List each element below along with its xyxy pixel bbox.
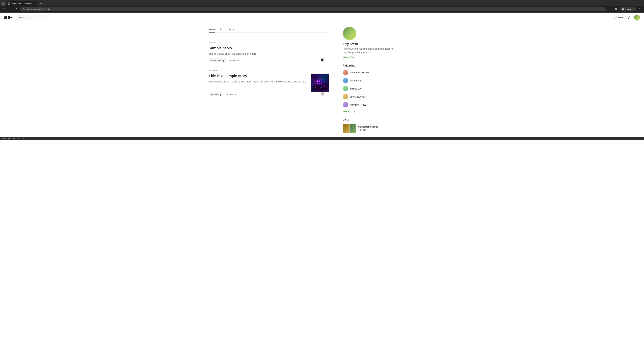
recent-bookmark-icon[interactable]	[321, 92, 324, 96]
notification-bell[interactable]	[627, 15, 630, 20]
status-bar: Waiting for medium.com...	[0, 137, 644, 140]
see-all-link[interactable]: See all (10)	[343, 110, 396, 113]
following-item-4: Lee Mac Arthur ···	[343, 94, 396, 99]
active-tab[interactable]: Fely Smith – Medium ✕	[6, 1, 38, 6]
svg-point-39	[328, 94, 329, 94]
bookmark-browser-icon[interactable]	[608, 7, 612, 11]
following-avatar-4[interactable]	[343, 94, 348, 99]
search-bar[interactable]	[15, 15, 48, 20]
following-section-title: Following	[343, 64, 396, 67]
search-input[interactable]	[19, 16, 48, 19]
tab-title: Fely Smith – Medium	[12, 2, 32, 5]
lists-section-title: Lists	[343, 118, 396, 121]
tab-home[interactable]: Home	[209, 27, 215, 32]
more-options-icon[interactable]	[326, 58, 330, 62]
article-thumbnail[interactable]	[310, 73, 330, 92]
pinned-article-tag[interactable]: Fiction Writing	[209, 58, 226, 62]
recent-article-subtitle: This story is about a sample Therefore, …	[209, 80, 307, 84]
following-item-left-2: Allison Wiltz	[343, 78, 362, 83]
following-avatar-3[interactable]	[343, 86, 348, 91]
pinned-label: Pinned	[209, 41, 330, 44]
recent-article-meta-left: Storytelling 1 min read	[209, 92, 236, 96]
tab-favicon	[8, 2, 10, 5]
following-name-1[interactable]: Neeramitra Reddy	[350, 71, 369, 74]
article-with-image: This is a sample story This story is abo…	[209, 73, 330, 92]
following-name-3[interactable]: Shirley Lee	[350, 87, 362, 90]
nav-right-controls: Incognito	[608, 7, 642, 11]
svg-point-1	[9, 3, 10, 4]
lock-icon	[22, 8, 25, 10]
following-section: Following Neeramitra Reddy ··· Allison W…	[343, 64, 396, 113]
tab-close-button[interactable]: ✕	[34, 2, 36, 5]
bookmark-icon[interactable]	[321, 58, 324, 62]
svg-point-33	[324, 86, 325, 87]
tab-about[interactable]: About	[228, 27, 234, 32]
following-more-4[interactable]: ···	[394, 95, 396, 98]
sidebar-profile-bio: I like travelling, reading books, campin…	[343, 47, 396, 54]
url-bar[interactable]: medium.com/@89f4222e	[20, 7, 606, 11]
svg-point-12	[640, 9, 640, 9]
following-item-3: Shirley Lee ···	[343, 86, 396, 91]
header-left	[4, 15, 48, 20]
user-avatar[interactable]	[634, 14, 640, 21]
following-item-left-3: Shirley Lee	[343, 86, 362, 91]
following-avatar-1[interactable]	[343, 70, 348, 75]
new-tab-button[interactable]: +	[38, 2, 43, 5]
list-count-1: 3 stories	[358, 129, 378, 131]
incognito-label: Incognito	[626, 8, 634, 10]
recent-more-options-icon[interactable]	[326, 92, 330, 96]
status-text: Waiting for medium.com...	[2, 137, 25, 140]
pinned-article-meta: Fiction Writing 1 min read	[209, 58, 330, 62]
recent-article-card: Just now This is a sample story This sto…	[209, 66, 330, 100]
following-name-2[interactable]: Allison Wiltz	[350, 79, 362, 82]
svg-point-32	[321, 87, 322, 88]
list-name-1[interactable]: Collection Stories	[358, 125, 378, 128]
following-item-left-5: Amy Lynn Hess	[343, 102, 366, 107]
pinned-article-subtitle: This is a story about the turtle and the…	[209, 52, 330, 56]
svg-point-37	[326, 94, 327, 94]
menu-button[interactable]	[637, 7, 642, 11]
reload-button[interactable]	[14, 7, 19, 11]
svg-point-31	[315, 87, 316, 88]
forward-button[interactable]	[8, 7, 13, 11]
following-more-2[interactable]: ···	[394, 79, 396, 82]
following-name-5[interactable]: Amy Lynn Hess	[350, 103, 366, 106]
following-avatar-5[interactable]	[343, 102, 348, 107]
back-button[interactable]	[2, 7, 7, 11]
sidebar-profile: Fely Smith I like travelling, reading bo…	[343, 27, 396, 59]
sidebar-avatar[interactable]	[343, 27, 356, 40]
article-text: This is a sample story This story is abo…	[209, 73, 307, 92]
following-more-3[interactable]: ···	[394, 87, 396, 90]
svg-point-13	[640, 10, 640, 10]
write-icon	[614, 16, 617, 19]
article-timestamp: Just now	[209, 69, 330, 72]
list-info-1: Collection Stories 3 stories	[358, 125, 378, 131]
recent-article-tag[interactable]: Storytelling	[209, 92, 224, 96]
svg-rect-5	[616, 8, 617, 9]
following-more-1[interactable]: ···	[394, 71, 396, 74]
night-scene-image	[310, 73, 330, 92]
svg-rect-7	[616, 9, 617, 10]
tab-lists[interactable]: Lists	[219, 27, 224, 32]
recent-article-meta: Storytelling 1 min read	[209, 92, 330, 96]
svg-rect-6	[615, 9, 616, 10]
browser-chrome: Fely Smith – Medium ✕ + medium.com/@89f4…	[0, 0, 644, 12]
medium-logo[interactable]	[4, 15, 12, 20]
pinned-article-title[interactable]: Sample Story	[209, 46, 330, 51]
pinned-article-card: Pinned Sample Story This is a story abou…	[209, 38, 330, 66]
sidebar: Fely Smith I like travelling, reading bo…	[343, 27, 396, 133]
sidebar-profile-name: Fely Smith	[343, 42, 396, 46]
following-avatar-2[interactable]	[343, 78, 348, 83]
write-button[interactable]: Write	[614, 16, 624, 19]
following-more-5[interactable]: ···	[394, 103, 396, 107]
lists-section: Lists Collection Stories 3 stories	[343, 118, 396, 133]
tab-prev-button[interactable]	[1, 2, 5, 6]
list-card-1[interactable]: Collection Stories 3 stories	[343, 124, 396, 133]
edit-profile-link[interactable]: Edit profile	[343, 56, 396, 59]
tab-bar: Fely Smith – Medium ✕ +	[0, 0, 644, 6]
extension-icon[interactable]	[614, 7, 618, 11]
following-name-4[interactable]: Lee Mac Arthur	[350, 95, 366, 98]
following-item-2: Allison Wiltz ···	[343, 78, 396, 83]
following-item-5: Amy Lynn Hess ···	[343, 102, 396, 107]
recent-article-title[interactable]: This is a sample story	[209, 73, 307, 78]
